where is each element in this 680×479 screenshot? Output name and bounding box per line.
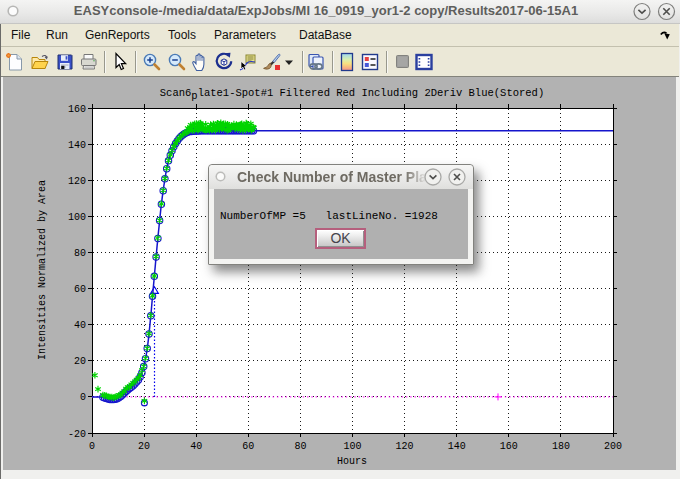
svg-text:160: 160 [68,104,86,115]
svg-text:0: 0 [80,392,86,403]
svg-text:60: 60 [74,284,86,295]
svg-text:120: 120 [396,441,414,452]
svg-text:140: 140 [448,441,466,452]
svg-text:Hours: Hours [337,456,367,467]
svg-text:120: 120 [68,176,86,187]
svg-text:100: 100 [343,441,361,452]
svg-text:160: 160 [500,441,518,452]
svg-text:-20: -20 [68,429,86,440]
svg-text:Intensities Normalized by Area: Intensities Normalized by Area [37,180,48,360]
svg-text:200: 200 [604,441,622,452]
svg-text:60: 60 [242,441,254,452]
svg-text:140: 140 [68,140,86,151]
svg-text:80: 80 [74,248,86,259]
svg-text:80: 80 [294,441,306,452]
svg-text:40: 40 [190,441,202,452]
svg-text:Scan6plate1-Spot#1 Filtered Re: Scan6plate1-Spot#1 Filtered Red Includin… [160,87,544,102]
svg-text:20: 20 [138,441,150,452]
svg-text:40: 40 [74,320,86,331]
svg-text:20: 20 [74,356,86,367]
svg-text:180: 180 [552,441,570,452]
svg-text:0: 0 [89,441,95,452]
svg-text:100: 100 [68,212,86,223]
